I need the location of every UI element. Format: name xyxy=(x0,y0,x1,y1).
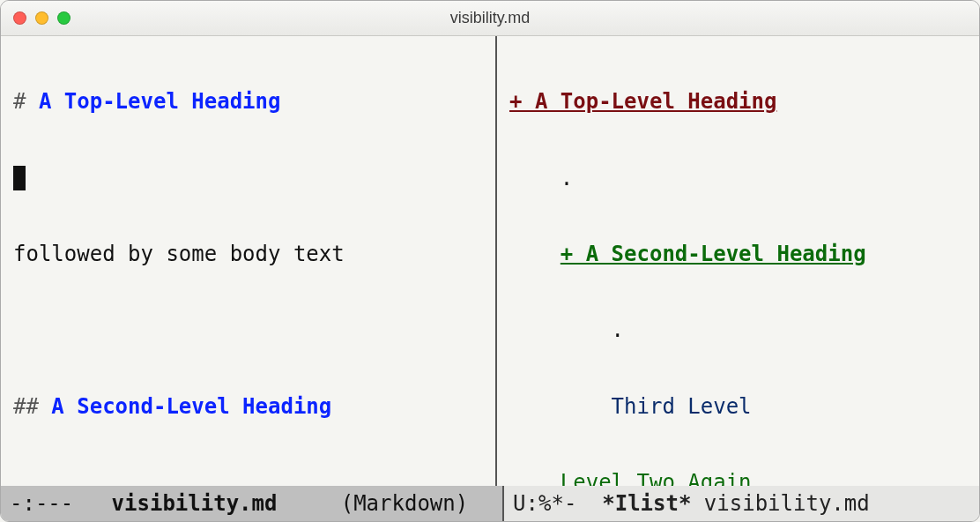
ilist-h3-text: Third Level xyxy=(612,394,752,419)
ilist-h2-text: + A Second-Level Heading xyxy=(561,242,866,266)
indent xyxy=(509,242,561,266)
ilist-h1-text: + A Top-Level Heading xyxy=(509,89,776,114)
dot-icon: . xyxy=(561,166,573,190)
indent xyxy=(509,394,612,419)
ilist-buffer[interactable]: + A Top-Level Heading . + A Second-Level… xyxy=(497,36,979,486)
heading-1-line: # A Top-Level Heading xyxy=(13,83,481,121)
text-cursor-icon xyxy=(13,166,26,190)
ilist-dot-row: . xyxy=(509,311,965,349)
window-controls xyxy=(13,11,71,25)
body-text-1: followed by some body text xyxy=(13,235,481,273)
right-pane[interactable]: + A Top-Level Heading . + A Second-Level… xyxy=(497,36,979,486)
ilist-h2[interactable]: + A Second-Level Heading xyxy=(509,235,965,273)
zoom-icon[interactable] xyxy=(57,11,71,25)
heading-2-line: ## A Second-Level Heading xyxy=(13,388,481,426)
editor-panes: # A Top-Level Heading followed by some b… xyxy=(1,36,979,486)
modeline-major-mode: (Markdown) xyxy=(302,491,494,516)
close-icon[interactable] xyxy=(13,11,26,25)
ilist-l2-text: Level Two Again xyxy=(561,470,752,486)
dot-icon: . xyxy=(612,317,624,342)
modeline-left[interactable]: -:--- visibility.md (Markdown) xyxy=(1,486,504,521)
modeline-buffer-name: visibility.md xyxy=(86,491,303,516)
indent xyxy=(509,317,612,342)
heading-2-text: A Second-Level Heading xyxy=(51,394,331,419)
markdown-hash: ## xyxy=(13,394,51,419)
ilist-h1[interactable]: + A Top-Level Heading xyxy=(509,83,965,121)
blank-line xyxy=(13,464,481,486)
markdown-hash: # xyxy=(13,89,39,114)
ilist-h3[interactable]: Third Level xyxy=(509,388,965,426)
modeline-right[interactable]: U:%*- *Ilist* visibility.md xyxy=(504,486,979,521)
heading-1-text: A Top-Level Heading xyxy=(39,89,281,114)
indent xyxy=(509,166,561,190)
ilist-dot-row: . xyxy=(509,160,965,198)
modeline-file-name: visibility.md xyxy=(691,491,882,516)
blank-line xyxy=(13,311,481,349)
indent xyxy=(509,470,561,486)
cursor-line xyxy=(13,160,481,198)
titlebar: visibility.md xyxy=(1,1,979,36)
left-pane[interactable]: # A Top-Level Heading followed by some b… xyxy=(1,36,497,486)
modelines: -:--- visibility.md (Markdown) U:%*- *Il… xyxy=(1,486,979,521)
markdown-buffer[interactable]: # A Top-Level Heading followed by some b… xyxy=(1,36,495,486)
minimize-icon[interactable] xyxy=(35,11,48,25)
modeline-buffer-name: *Ilist* xyxy=(602,491,691,516)
modeline-status: -:--- xyxy=(10,491,86,516)
ilist-l2[interactable]: Level Two Again xyxy=(509,464,965,486)
modeline-status: U:%*- xyxy=(513,491,602,516)
window-title: visibility.md xyxy=(1,9,979,27)
